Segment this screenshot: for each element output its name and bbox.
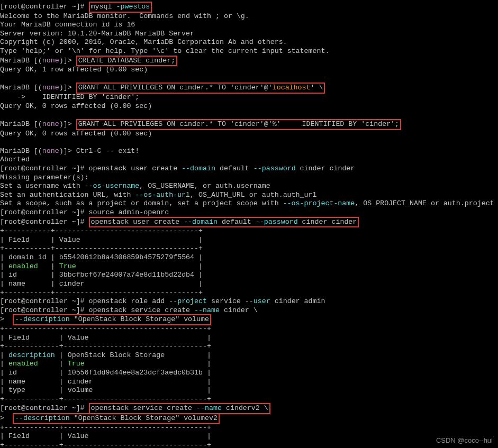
highlight-grant1: GRANT ALL PRIVILEGES ON cinder.* TO 'cin… bbox=[76, 83, 325, 94]
table-border: +-------------+-------------------------… bbox=[0, 342, 497, 351]
terminal[interactable]: [root@controller ~]# mysql -pwestos Welc… bbox=[0, 0, 498, 448]
output: Query OK, 1 row affected (0.00 sec) bbox=[0, 66, 497, 75]
table-border: +-------------+-------------------------… bbox=[0, 325, 497, 334]
output: Aborted bbox=[0, 156, 497, 164]
prompt-line: [root@controller ~]# openstack user crea… bbox=[0, 217, 497, 227]
mariadb-prompt: MariaDB [(none)]> GRANT ALL PRIVILEGES O… bbox=[0, 83, 497, 93]
prompt-line: [root@controller ~]# openstack service c… bbox=[0, 306, 497, 315]
prompt-line: [root@controller ~]# openstack service c… bbox=[0, 404, 497, 414]
table-header: | Field | Value | bbox=[0, 236, 497, 245]
prompt-line: [root@controller ~]# openstack user crea… bbox=[0, 164, 497, 173]
table-border: +-----------+---------------------------… bbox=[0, 289, 497, 298]
output: Set a scope, such as a project or domain… bbox=[0, 199, 497, 208]
output: Welcome to the MariaDB monitor. Commands… bbox=[0, 12, 497, 21]
table-border: +-------------+-------------------------… bbox=[0, 441, 497, 448]
output: Set an authentication URL, with --os-aut… bbox=[0, 191, 497, 200]
highlight-mysql: mysql -pwestos bbox=[89, 2, 152, 13]
output: -> IDENTIFIED BY 'cinder'; bbox=[0, 93, 497, 102]
continuation: > --description "OpenStack Block Storage… bbox=[0, 414, 497, 424]
continuation: > --description "OpenStack Block Storage… bbox=[0, 315, 497, 325]
output: Query OK, 0 rows affected (0.00 sec) bbox=[0, 130, 497, 139]
table-border: +-----------+---------------------------… bbox=[0, 244, 497, 253]
blank bbox=[0, 138, 497, 147]
mariadb-prompt: MariaDB [(none)]> CREATE DATABASE cinder… bbox=[0, 56, 497, 66]
highlight-grant2: GRANT ALL PRIVILEGES ON cinder.* TO 'cin… bbox=[76, 119, 401, 130]
highlight-svc2: openstack service create --name cinderv2… bbox=[89, 403, 270, 414]
watermark: CSDN @coco--hui bbox=[436, 436, 493, 445]
table-border: +-----------+---------------------------… bbox=[0, 227, 497, 236]
output: Missing parameter(s): bbox=[0, 173, 497, 182]
output: Type 'help;' or '\h' for help. Type '\c'… bbox=[0, 47, 497, 56]
highlight-desc1: --description "OpenStack Block Storage" … bbox=[13, 314, 211, 325]
table-row: | enabled | True | bbox=[0, 360, 497, 369]
table-row: | enabled | True | bbox=[0, 262, 497, 271]
prompt-line: [root@controller ~]# mysql -pwestos bbox=[0, 2, 497, 12]
highlight-create-db: CREATE DATABASE cinder; bbox=[76, 56, 178, 67]
output: Set a username with --os-username, OS_US… bbox=[0, 182, 497, 191]
output: Your MariaDB connection id is 16 bbox=[0, 21, 497, 30]
table-row: | type | volume | bbox=[0, 386, 497, 395]
table-row: | name | cinder | bbox=[0, 378, 497, 387]
mariadb-prompt: MariaDB [(none)]> GRANT ALL PRIVILEGES O… bbox=[0, 120, 497, 130]
table-row: | domain_id | b55420612b8a4306859b457527… bbox=[0, 253, 497, 262]
highlight-desc2: --description "OpenStack Block Storage" … bbox=[13, 413, 220, 424]
prompt-line: [root@controller ~]# openstack role add … bbox=[0, 297, 497, 306]
table-row: | id | 10556f1dd9d44ee8a23dcf3aedc0b31b … bbox=[0, 369, 497, 378]
table-row: | description | OpenStack Block Storage … bbox=[0, 351, 497, 360]
blank bbox=[0, 111, 497, 120]
blank bbox=[0, 75, 497, 84]
prompt-line: [root@controller ~]# source admin-openrc bbox=[0, 208, 497, 217]
mariadb-prompt: MariaDB [(none)]> Ctrl-C -- exit! bbox=[0, 147, 497, 156]
table-row: | id | 3bbcfbcf67e24007a74e8d11b5d22db4 … bbox=[0, 271, 497, 280]
table-header: | Field | Value | bbox=[0, 334, 497, 343]
table-border: +-------------+-------------------------… bbox=[0, 424, 497, 433]
highlight-usercreate: openstack user create --domain default -… bbox=[89, 217, 359, 228]
table-border: +-------------+-------------------------… bbox=[0, 395, 497, 404]
output: Copyright (c) 2000, 2016, Oracle, MariaD… bbox=[0, 38, 497, 47]
table-header: | Field | Value | bbox=[0, 432, 497, 441]
output: Server version: 10.1.20-MariaDB MariaDB … bbox=[0, 30, 497, 39]
output: Query OK, 0 rows affected (0.00 sec) bbox=[0, 102, 497, 111]
table-row: | name | cinder | bbox=[0, 280, 497, 289]
